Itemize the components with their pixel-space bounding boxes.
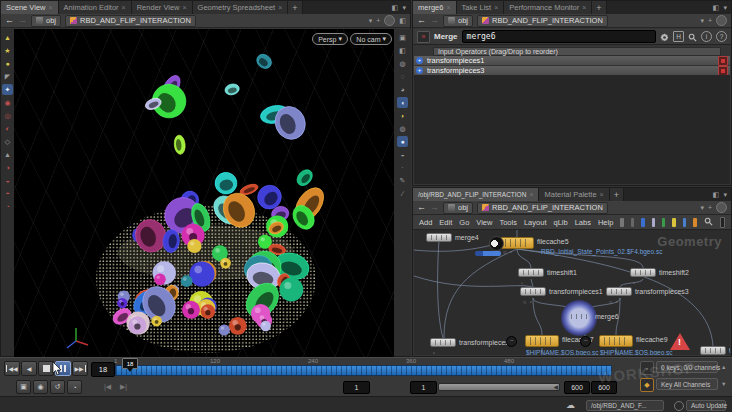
palette-icon[interactable] [693,218,696,227]
help-icon[interactable]: ? [716,31,727,42]
updown-icon[interactable]: ▲▼ [666,403,671,412]
add-input-icon[interactable]: + [416,67,423,74]
keyframe-icon[interactable]: ▫ [640,361,654,375]
add-input-icon[interactable]: + [416,57,423,64]
node-transformpieces1[interactable]: transformpieces1○ ▫ [520,287,546,296]
camera-pill[interactable]: No cam▾ [350,33,392,45]
pin-icon[interactable]: + [376,17,380,24]
handles-tool-icon[interactable]: ◇ [2,136,13,147]
curve4-tool-icon[interactable]: ◔ [2,201,13,212]
wrench-icon[interactable] [620,218,623,227]
menu-help[interactable]: Help [598,218,613,227]
menu-edit[interactable]: Edit [439,218,452,227]
netbox-icon[interactable] [683,218,686,227]
back-arrow-icon[interactable]: ← [417,16,426,25]
snapshot-icon[interactable] [716,15,727,26]
path-context-chip[interactable]: obj [443,202,473,214]
grid-blue-icon[interactable] [641,218,644,227]
rotate-tool-icon[interactable]: ◎ [2,110,13,121]
node-name-field[interactable]: merge6 [462,30,656,43]
updown-icon[interactable]: ▼ [721,381,726,387]
range-end-field[interactable]: 600 [564,381,590,394]
tab-network-path[interactable]: /obj/RBD_AND_FLIP_INTERACTION× [413,188,539,201]
node-filecache9[interactable]: filecache9$HIPNAME.$OS.bgeo.sc [599,335,633,347]
pause-button[interactable] [55,361,71,376]
playback-range-slider[interactable] [438,383,560,391]
node-timeshift2[interactable]: timeshift2◦ [630,268,656,277]
menu-layout[interactable]: Layout [524,218,547,227]
timeline-ruler[interactable] [115,365,612,376]
pin-icon[interactable]: + [708,204,712,211]
ruler-icon[interactable] [631,218,634,227]
tab-material-palette[interactable]: Material Palette× [539,188,609,201]
delete-input-button[interactable] [718,66,728,76]
prev-keyframe-icon[interactable]: |◀ [100,380,115,394]
search-icon[interactable] [704,217,713,228]
close-icon[interactable]: × [278,4,282,11]
flipbook-icon[interactable]: ◧ [397,45,408,56]
menu-go[interactable]: Go [459,218,469,227]
path-node-chip[interactable]: RBD_AND_FLIP_INTERACTION [65,15,196,27]
new-tab-button[interactable]: + [288,1,302,14]
menu-labs[interactable]: Labs [575,218,591,227]
path-node-chip[interactable]: RBD_AND_FLIP_INTERACTION [477,15,608,27]
go-to-end-button[interactable]: ▶▶ [72,361,88,376]
key-all-channels-dropdown[interactable]: Key All Channels [656,378,718,390]
forward-arrow-icon[interactable]: → [430,16,439,25]
lighting-icon[interactable]: ◖ [397,97,408,108]
node-merge6-selected[interactable]: merge6○ [566,312,592,321]
new-tab-button[interactable]: + [610,188,624,201]
forward-arrow-icon[interactable]: → [430,203,439,212]
highquality-light-icon[interactable]: ◗ [397,110,408,121]
translate-tool-icon[interactable]: ◉ [2,97,13,108]
new-tab-button[interactable]: + [592,1,606,14]
character-icon[interactable]: ◍ [397,123,408,134]
node-filecache5[interactable]: filecache5 ○ ▫ RBD_Initial_State_Points_… [500,237,534,249]
path-dropdown-icon[interactable]: ▾ [700,204,704,212]
audio-icon[interactable]: ◉ [33,380,48,394]
gear-icon[interactable] [660,28,669,46]
playhead-marker[interactable]: 18 [122,358,138,369]
next-keyframe-icon[interactable]: ▶| [116,380,131,394]
tab-render-view[interactable]: Render View× [132,1,193,14]
network-graph[interactable]: Geometry merge4 [414,230,730,355]
close-icon[interactable]: × [183,4,187,11]
curve-tool-icon[interactable]: ◑ [2,162,13,173]
close-icon[interactable]: × [494,4,498,11]
snapshot-icon[interactable] [384,15,395,26]
path-dropdown-icon[interactable]: ▾ [369,17,373,25]
path-node-chip[interactable]: RBD_AND_FLIP_INTERACTION [477,202,608,214]
global-range-start-field[interactable]: 1 [343,381,370,394]
smooth-shaded-icon[interactable]: ● [397,136,408,147]
tab-performance-monitor[interactable]: Performance Monitor× [504,1,592,14]
updown-icon[interactable]: ▲▼ [727,403,732,412]
update-mode-dropdown[interactable]: Auto Update [686,400,726,411]
select-tool-icon[interactable]: ◤ [2,71,13,82]
menu-qlib[interactable]: qLib [553,218,567,227]
delete-input-button[interactable] [718,56,728,66]
netbox-collapsed-icon[interactable]: − [506,336,517,347]
camera-icon[interactable]: ▣ [397,32,408,43]
history-icon[interactable]: H [673,31,684,42]
brush-icon[interactable]: ✎ [397,175,408,186]
menu-tools[interactable]: Tools [499,218,517,227]
search-icon[interactable] [688,28,697,46]
curve3-tool-icon[interactable]: ◓ [2,188,13,199]
points-icon[interactable]: · [397,162,408,173]
go-to-start-button[interactable]: ◀◀ [4,361,20,376]
dots-icon[interactable] [662,218,665,227]
info-icon[interactable]: i [701,31,712,42]
node-timeshift1[interactable]: timeshift1◦ [518,268,544,277]
tool-blob-icon[interactable]: ● [2,58,13,69]
tab-scene-view[interactable]: Scene View× [1,1,59,14]
close-icon[interactable]: × [529,191,533,198]
forward-arrow-icon[interactable]: → [18,16,27,25]
close-icon[interactable]: × [122,4,126,11]
play-reverse-button[interactable]: ◀ [21,361,37,376]
pane-maximize-icon[interactable]: ◧ [713,4,720,12]
global-range-end-field[interactable]: 600 [591,381,617,394]
grid-light-icon[interactable] [652,218,655,227]
scale-tool-icon[interactable]: ◐ [2,123,13,134]
linked-pane-icon[interactable]: ◧ [399,17,406,25]
viewport-3d[interactable]: Persp▾ No cam▾ [14,29,394,358]
